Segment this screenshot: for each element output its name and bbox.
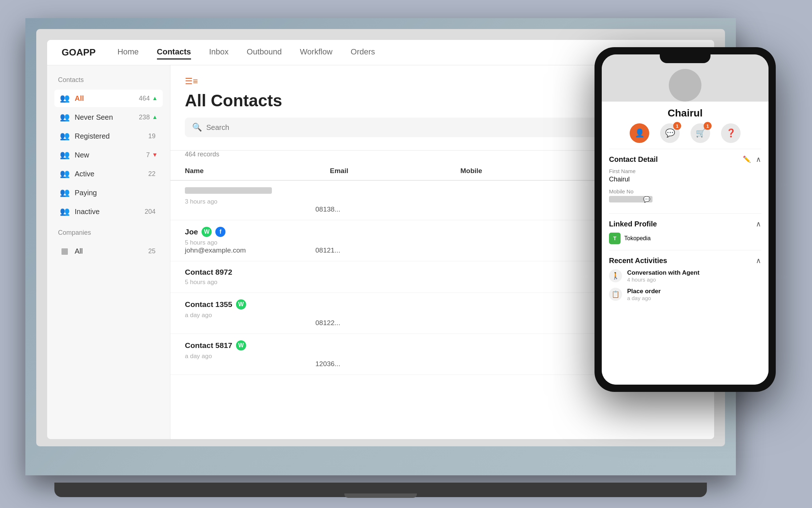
- row-mobile-joe: 08121...: [315, 246, 340, 254]
- sidebar-count-active: 22: [148, 170, 156, 178]
- nav-inbox[interactable]: Inbox: [209, 45, 229, 60]
- sidebar-label-all: All: [75, 94, 139, 103]
- contact-detail-title: Contact Detail: [609, 155, 658, 164]
- activity-time-1: a day ago: [627, 295, 661, 301]
- activity-label-1: Place order: [627, 288, 661, 295]
- sidebar-count-registered: 19: [148, 132, 156, 140]
- row-mobile-1: 08138...: [315, 205, 340, 213]
- sidebar-item-inactive[interactable]: 👥 Inactive 204: [54, 203, 163, 220]
- contact-name-1355: Contact 1355: [185, 300, 232, 309]
- activity-item-1: 📋 Place order a day ago: [609, 288, 761, 301]
- profile-icon-button[interactable]: 👤: [630, 123, 649, 143]
- sidebar-count-never-seen: 238: [139, 114, 150, 121]
- collapse-icon-linked[interactable]: ∧: [756, 220, 761, 228]
- sidebar-label-inactive: Inactive: [75, 208, 145, 216]
- phone-screen: Chairul 👤 💬 1 🛒 1 ❓ Contac: [602, 54, 768, 385]
- redacted-bar: [185, 187, 272, 194]
- nav-outbound[interactable]: Outbound: [247, 45, 282, 60]
- sidebar-item-never-seen[interactable]: 👥 Never Seen 238 ▲: [54, 108, 163, 126]
- phone-icons-row: 👤 💬 1 🛒 1 ❓: [602, 123, 768, 149]
- sidebar-item-companies-all[interactable]: ▦ All 25: [54, 242, 163, 260]
- sidebar-item-all[interactable]: 👥 All 464 ▲: [54, 90, 163, 107]
- contact-detail-section: Contact Detail ✏️ ∧ First Name Chairul M…: [609, 149, 761, 213]
- people-icon-7: 👥: [59, 206, 70, 217]
- mobile-redacted: 💬: [609, 196, 652, 202]
- whatsapp-icon-1355: W: [236, 299, 246, 310]
- sidebar-label-companies-all: All: [75, 247, 148, 255]
- row-email-joe: john@example.com: [185, 246, 315, 254]
- edit-icon[interactable]: ✏️: [743, 155, 751, 163]
- sidebar-label-paying: Paying: [75, 189, 158, 197]
- whatsapp-icon-5817: W: [236, 340, 246, 351]
- sidebar-count-new: 7: [146, 151, 150, 159]
- people-icon-2: 👥: [59, 112, 70, 122]
- phone-content: Contact Detail ✏️ ∧ First Name Chairul M…: [602, 149, 768, 385]
- activity-item-0: 🚶 Conversation with Agent 4 hours ago: [609, 269, 761, 283]
- phone-overlay: Chairul 👤 💬 1 🛒 1 ❓ Contac: [594, 47, 776, 392]
- activity-label-0: Conversation with Agent: [627, 269, 700, 276]
- nav-logo: GOAPP: [62, 47, 96, 58]
- avatar: [669, 69, 701, 102]
- activity-icon-1: 📋: [609, 288, 622, 301]
- collapse-icon-contact[interactable]: ∧: [756, 155, 761, 164]
- contact-detail-icons: ✏️ ∧: [743, 155, 761, 164]
- chat-badge: 1: [673, 122, 681, 130]
- whatsapp-icon-joe: W: [202, 227, 212, 237]
- grid-icon-sidebar: ▦: [59, 246, 70, 256]
- contact-name-5817: Contact 5817: [185, 341, 232, 350]
- th-name: Name: [185, 167, 330, 175]
- chat-icon-button[interactable]: 💬 1: [660, 123, 680, 143]
- sidebar-count-inactive: 204: [145, 208, 156, 216]
- companies-section: Companies ▦ All 25: [54, 229, 163, 260]
- contact-name-joe: Joe: [185, 228, 198, 236]
- activity-info-1: Place order a day ago: [627, 288, 661, 301]
- nav-workflow[interactable]: Workflow: [300, 45, 332, 60]
- tokopedia-icon: T: [609, 233, 621, 244]
- linked-item-tokopedia: T Tokopedia: [609, 233, 761, 244]
- recent-activities-title: Recent Activities: [609, 257, 667, 265]
- activity-icon-0: 🚶: [609, 269, 622, 282]
- badge-up-all: ▲: [152, 95, 158, 102]
- sidebar-contacts-title: Contacts: [54, 76, 163, 84]
- sidebar: Contacts 👥 All 464 ▲ 👥 Never Seen: [47, 65, 170, 439]
- collapse-icon-activities[interactable]: ∧: [756, 256, 761, 265]
- row-mobile-5817: 12036...: [315, 360, 340, 368]
- recent-activities-header: Recent Activities ∧: [609, 256, 761, 265]
- mobile-label: Mobile No: [609, 188, 761, 194]
- tokopedia-label: Tokopedia: [624, 235, 651, 242]
- people-icon-5: 👥: [59, 169, 70, 179]
- people-icon: 👥: [59, 93, 70, 103]
- sidebar-label-new: New: [75, 151, 146, 159]
- people-icon-4: 👥: [59, 150, 70, 160]
- sidebar-item-paying[interactable]: 👥 Paying: [54, 184, 163, 201]
- sidebar-count-companies-all: 25: [148, 247, 156, 255]
- sidebar-companies-title: Companies: [54, 229, 163, 237]
- first-name-label: First Name: [609, 168, 761, 174]
- cart-icon-button[interactable]: 🛒 1: [691, 123, 710, 143]
- sidebar-item-new[interactable]: 👥 New 7 ▼: [54, 146, 163, 164]
- linked-profile-header: Linked Profile ∧: [609, 220, 761, 228]
- badge-down-new: ▼: [152, 152, 158, 158]
- sidebar-item-active[interactable]: 👥 Active 22: [54, 165, 163, 183]
- search-icon: 🔍: [192, 123, 202, 132]
- facebook-icon-joe: f: [215, 227, 225, 237]
- linked-profile-title: Linked Profile: [609, 220, 657, 228]
- nav-orders[interactable]: Orders: [351, 45, 375, 60]
- nav-links: Home Contacts Inbox Outbound Workflow Or…: [117, 45, 658, 60]
- sidebar-label-never-seen: Never Seen: [75, 113, 139, 122]
- contact-detail-header: Contact Detail ✏️ ∧: [609, 155, 761, 164]
- phone-user-name: Chairul: [602, 102, 768, 123]
- linked-profile-section: Linked Profile ∧ T Tokopedia: [609, 213, 761, 250]
- recent-activities-section: Recent Activities ∧ 🚶 Conversation with …: [609, 250, 761, 312]
- sidebar-label-registered: Registered: [75, 132, 148, 140]
- sidebar-item-registered[interactable]: 👥 Registered 19: [54, 127, 163, 145]
- th-email: Email: [330, 167, 460, 175]
- sidebar-count-all: 464: [139, 95, 150, 102]
- cart-badge: 1: [704, 122, 712, 130]
- nav-contacts[interactable]: Contacts: [157, 45, 191, 60]
- activity-info-0: Conversation with Agent 4 hours ago: [627, 269, 700, 283]
- row-mobile-1355: 08122...: [315, 319, 340, 327]
- help-icon-button[interactable]: ❓: [721, 123, 741, 143]
- people-icon-6: 👥: [59, 188, 70, 198]
- nav-home[interactable]: Home: [117, 45, 139, 60]
